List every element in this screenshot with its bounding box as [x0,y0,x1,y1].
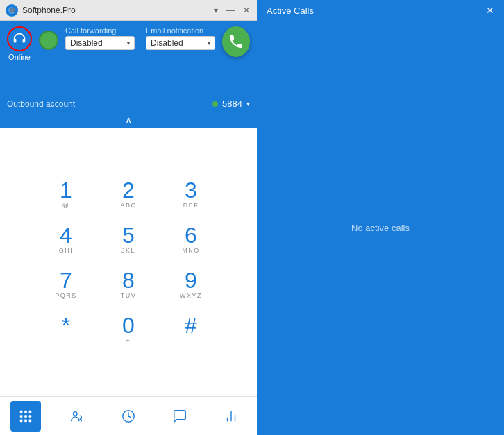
key-digit-9: 9 [185,269,197,291]
status-indicator [39,26,58,50]
right-close-button[interactable]: ✕ [486,5,494,16]
dialpad-key-8[interactable]: 8TUV [97,265,160,305]
key-digit-1: 1 [60,179,72,201]
collapse-arrow-icon[interactable]: ∧ [125,114,132,126]
dialpad-key-9[interactable]: 9WXYZ [160,265,222,305]
key-sub-5: JKL [121,247,135,255]
key-digit-#: # [185,314,197,336]
call-forwarding-label: Call forwarding [65,26,135,35]
avatar-circle [7,26,32,51]
key-sub-4: GHI [59,247,74,255]
key-sub-2: ABC [120,202,136,210]
dialpad-key-1[interactable]: 1@ [35,175,97,214]
minimize-button[interactable]: — [225,6,236,15]
key-digit-*: * [62,314,70,336]
title-bar-left: 🎧 Softphone.Pro [6,4,76,17]
account-status-dot [212,101,218,107]
dialpad-key-3[interactable]: 3DEF [160,175,222,214]
top-section: Online Call forwarding Disabled Always B… [0,21,257,94]
nav-recents[interactable] [113,401,144,432]
svg-rect-3 [24,410,27,413]
left-panel: 🎧 Softphone.Pro ▾ — ✕ Online [0,0,257,435]
status-row: Online Call forwarding Disabled Always B… [7,26,250,61]
dialpad-grid: 1@2ABC3DEF4GHI5JKL6MNO7PQRS8TUV9WXYZ*0+# [35,175,222,350]
controls-row: Call forwarding Disabled Always Busy No … [65,26,215,50]
app-title: Softphone.Pro [22,6,76,15]
key-digit-5: 5 [122,224,135,246]
key-digit-8: 8 [122,269,135,291]
dialpad-key-#[interactable]: # [160,310,222,350]
key-sub-3: DEF [183,202,199,210]
online-dot [39,31,58,50]
key-digit-3: 3 [185,179,197,201]
nav-dialpad[interactable] [10,401,41,432]
dialpad-key-4[interactable]: 4GHI [35,220,97,259]
title-bar: 🎧 Softphone.Pro ▾ — ✕ [0,0,257,21]
account-chevron-icon: ▾ [246,100,250,108]
dialpad-key-*[interactable]: * [35,310,97,350]
phone-input-area [7,61,250,87]
close-button[interactable]: ✕ [242,6,251,15]
svg-text:🎧: 🎧 [10,8,15,13]
outbound-bar: Outbound account 5884 ▾ [0,94,257,113]
svg-rect-4 [29,410,32,413]
nav-contacts[interactable] [62,401,92,432]
bottom-nav [0,396,257,435]
email-notification-group: Email notification Disabled Enabled [146,26,215,50]
svg-rect-9 [24,419,27,422]
right-content: No active calls [257,21,504,435]
title-bar-controls: ▾ — ✕ [212,6,251,15]
email-notification-select[interactable]: Disabled Enabled [146,36,215,50]
svg-rect-10 [29,419,32,422]
svg-point-11 [74,411,78,416]
svg-rect-8 [20,419,23,422]
key-digit-0: 0 [122,314,135,336]
dropdown-button[interactable]: ▾ [212,6,219,15]
status-avatar: Online [7,26,32,61]
key-sub-1: @ [62,202,70,210]
dialpad-key-0[interactable]: 0+ [97,310,160,350]
dialpad: 1@2ABC3DEF4GHI5JKL6MNO7PQRS8TUV9WXYZ*0+# [0,128,257,396]
svg-rect-6 [24,415,27,418]
right-header: Active Calls ✕ [257,0,504,21]
svg-rect-7 [29,415,32,418]
key-digit-2: 2 [122,179,135,201]
phone-input[interactable] [7,67,250,87]
key-sub-0: + [126,337,131,346]
key-sub-9: WXYZ [180,292,202,300]
account-number: 5884 [222,99,242,109]
no-calls-text: No active calls [351,223,410,233]
outbound-label: Outbound account [7,99,75,109]
dialpad-key-5[interactable]: 5JKL [97,220,160,259]
key-sub-6: MNO [182,247,200,255]
dialpad-key-6[interactable]: 6MNO [160,220,222,259]
right-panel: Active Calls ✕ No active calls [257,0,504,435]
nav-messages[interactable] [165,401,195,432]
dialpad-key-7[interactable]: 7PQRS [35,265,97,305]
outbound-account[interactable]: 5884 ▾ [212,99,250,109]
key-sub-8: TUV [121,292,137,300]
right-panel-title: Active Calls [267,6,314,16]
call-forwarding-select[interactable]: Disabled Always Busy No Answer [65,36,135,50]
email-notification-label: Email notification [146,26,215,35]
nav-stats[interactable] [216,401,246,432]
status-label: Online [8,53,31,61]
svg-rect-5 [20,415,23,418]
collapse-bar: ∧ [0,113,257,128]
app-logo: 🎧 [6,4,18,17]
call-forwarding-wrapper: Disabled Always Busy No Answer [65,36,135,50]
call-forwarding-group: Call forwarding Disabled Always Busy No … [65,26,135,50]
call-button[interactable] [222,26,250,57]
key-digit-7: 7 [60,269,72,291]
key-sub-7: PQRS [55,292,77,300]
email-notification-wrapper: Disabled Enabled [146,36,215,50]
key-digit-4: 4 [60,224,72,246]
svg-rect-2 [20,410,23,413]
key-digit-6: 6 [185,224,197,246]
dialpad-key-2[interactable]: 2ABC [97,175,160,214]
